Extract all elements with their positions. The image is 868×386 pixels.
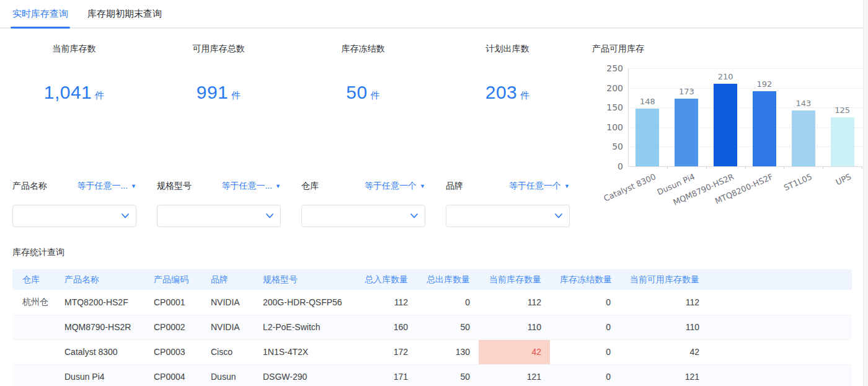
dropdown-caret-icon: ▼	[275, 183, 281, 189]
table-cell: 200G-HDR-QSFP56	[253, 290, 347, 315]
table-cell: L2-PoE-Switch	[253, 315, 347, 339]
tab-period-inventory[interactable]: 库存期初期末查询	[87, 0, 162, 27]
table-cell: 0	[550, 364, 619, 386]
table-cell: 121	[619, 364, 708, 386]
table-cell: 172	[347, 339, 417, 364]
filter-operator-dropdown[interactable]: 等于任意一个 ▼	[509, 181, 570, 192]
table-cell: NVIDIA	[201, 315, 253, 339]
chevron-down-icon	[265, 213, 274, 219]
table-header-row: 仓库产品名称产品编码品牌规格型号总入库数量总出库数量当前库存数量库存冻结数量当前…	[12, 269, 852, 290]
available-stock-chart: 产品可用库存 050100150200250148Catalyst 830017…	[592, 43, 866, 180]
table-cell: MQM8790-HS2R	[55, 315, 144, 339]
table-cell: CP0004	[144, 364, 201, 386]
kpi-unit: 件	[520, 90, 529, 101]
table-cell: 0	[550, 290, 619, 315]
x-axis-tick	[784, 166, 784, 169]
kpi-value-wrap: 50件	[291, 82, 435, 103]
kpi-frozen-stock: 库存冻结数50件	[291, 43, 435, 103]
kpi-unit: 件	[371, 90, 380, 101]
table-row: Catalyst 8300CP0003Cisco1N1S-4T2X1721304…	[12, 339, 852, 364]
table-cell: DSGW-290	[253, 364, 347, 386]
table-cell: 160	[347, 315, 417, 339]
table-cell	[12, 364, 55, 386]
table-cell: CP0002	[144, 315, 201, 339]
table-cell: Cisco	[201, 339, 253, 364]
y-axis-tick-label: 200	[592, 84, 623, 92]
filter-operator-dropdown[interactable]: 等于任意一... ▼	[221, 181, 281, 192]
gridline	[628, 88, 862, 89]
stats-row: 当前库存数1,041件可用库存总数991件库存冻结数50件计划出库数203件 产…	[0, 29, 868, 180]
column-header: 产品名称	[55, 269, 144, 290]
chart-bar	[831, 117, 854, 166]
y-axis-tick-label: 250	[592, 64, 623, 73]
kpi-value: 991	[197, 82, 229, 102]
table-cell: Dusun Pi4	[55, 364, 144, 386]
chart-bar	[714, 84, 737, 166]
column-header: 总出库数量	[417, 269, 479, 290]
y-axis-tick-label: 0	[592, 162, 623, 171]
kpi-label: 计划出库数	[435, 43, 580, 53]
table-cell: 112	[479, 290, 550, 315]
filter-group-brand: 品牌等于任意一个 ▼	[446, 180, 570, 227]
tab-label: 实时库存查询	[12, 8, 68, 19]
filter-select-spec-model[interactable]	[157, 205, 281, 227]
gridline	[628, 127, 862, 128]
filter-head: 产品名称等于任意一... ▼	[12, 180, 136, 192]
table-cell-filler	[708, 339, 852, 364]
bar-value-label: 125	[824, 105, 861, 115]
tab-realtime-inventory[interactable]: 实时库存查询	[12, 0, 68, 27]
table-cell: MTQ8200-HS2F	[55, 290, 144, 315]
table-cell-filler	[708, 290, 852, 315]
filter-head: 品牌等于任意一个 ▼	[446, 180, 570, 192]
table-cell-highlighted: 42	[479, 339, 550, 364]
tab-label: 库存期初期末查询	[87, 8, 162, 19]
table-cell: 42	[619, 339, 708, 364]
table-cell: 50	[417, 315, 479, 339]
filter-label: 规格型号	[157, 181, 192, 192]
table-cell: Dusun	[201, 364, 253, 386]
column-header: 品牌	[201, 269, 253, 290]
table-cell: 0	[550, 315, 619, 339]
bar-value-label: 148	[629, 97, 666, 106]
table-cell: 110	[479, 315, 550, 339]
chart-bar	[636, 109, 659, 167]
table-cell: Catalyst 8300	[55, 339, 144, 364]
table-cell: 50	[417, 364, 479, 386]
column-header: 产品编码	[144, 269, 201, 290]
table-cell: 171	[347, 364, 417, 386]
table-cell-filler	[708, 364, 852, 386]
filter-select-brand[interactable]	[446, 205, 570, 227]
x-axis-tick	[706, 166, 707, 169]
table-section-title: 库存统计查询	[12, 246, 64, 258]
filter-label: 产品名称	[12, 181, 47, 192]
kpi-current-stock: 当前库存数1,041件	[2, 43, 146, 103]
inventory-table: 仓库产品名称产品编码品牌规格型号总入库数量总出库数量当前库存数量库存冻结数量当前…	[12, 269, 852, 386]
tab-bar: 实时库存查询 库存期初期末查询	[0, 0, 863, 29]
kpi-label: 可用库存总数	[146, 43, 291, 53]
x-axis-tick	[823, 166, 823, 169]
column-header: 库存冻结数量	[550, 269, 619, 290]
dropdown-caret-icon: ▼	[420, 183, 425, 189]
bar-chart: 050100150200250148Catalyst 8300173Dusun …	[592, 61, 866, 185]
y-axis-tick-label: 100	[592, 123, 623, 132]
filter-select-warehouse[interactable]	[301, 205, 425, 227]
dropdown-caret-icon: ▼	[564, 183, 570, 189]
kpi-label: 当前库存数	[2, 43, 146, 53]
kpi-value-wrap: 203件	[435, 82, 580, 103]
page-scrollbar[interactable]	[863, 0, 868, 386]
chart-bar	[753, 91, 776, 166]
y-axis-tick-label: 150	[592, 103, 623, 112]
kpi-group: 当前库存数1,041件可用库存总数991件库存冻结数50件计划出库数203件	[2, 43, 580, 103]
y-axis-tick-label: 50	[592, 142, 623, 151]
table-cell: 杭州仓	[12, 290, 55, 315]
chevron-down-icon	[121, 213, 130, 219]
filter-group-spec-model: 规格型号等于任意一... ▼	[157, 180, 281, 227]
filter-operator-dropdown[interactable]: 等于任意一个 ▼	[365, 181, 425, 192]
filter-select-product-name[interactable]	[12, 205, 136, 227]
filter-operator-dropdown[interactable]: 等于任意一... ▼	[77, 181, 136, 192]
table-cell: CP0001	[144, 290, 201, 315]
chart-title: 产品可用库存	[592, 43, 866, 53]
y-axis-line	[628, 68, 629, 166]
filter-head: 规格型号等于任意一... ▼	[157, 180, 281, 192]
filter-row: 产品名称等于任意一... ▼规格型号等于任意一... ▼仓库等于任意一个 ▼品牌…	[12, 180, 570, 227]
